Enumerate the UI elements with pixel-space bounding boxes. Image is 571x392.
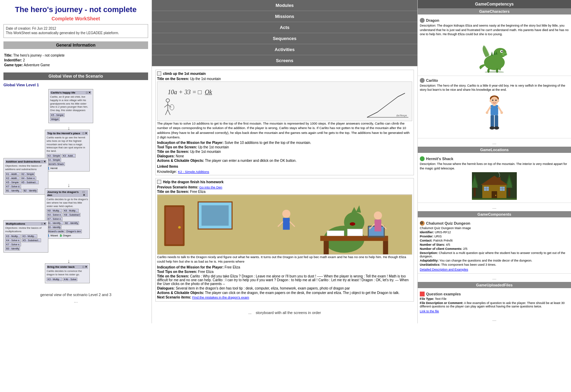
svg-rect-29 [375,219,381,231]
middle-bottom-note: ... storyboard with all the screens in o… [152,308,417,317]
file-link[interactable]: Link to the file [420,310,439,313]
screen2-actions: Actions & Clickable Objects: The player … [157,291,412,295]
svg-rect-23 [383,241,388,254]
meta-box: Date of creation: Fri Jun 22 2012 This W… [3,24,148,38]
svg-rect-24 [327,231,344,236]
svg-rect-33 [283,218,290,230]
svg-point-72 [495,195,496,196]
svg-point-13 [178,226,181,229]
generated-by: This WorkSheet was automatically generat… [6,31,146,35]
svg-point-50 [490,100,492,102]
svg-point-32 [282,210,291,218]
math-formula: 10a + 33 = □ Ok [168,89,212,96]
nav-activities[interactable]: Activities [152,44,417,55]
file-type: File Type: Text File [420,297,569,301]
screen1-indication: Indicaytion of the Mission for the Playe… [157,141,412,145]
carlito-svg [482,94,506,135]
carlito-image-container [420,94,569,136]
chars-dots: ... [418,138,571,147]
file-name: Question examples [420,292,569,296]
middle-dots: ... [248,311,251,315]
component-detail-link[interactable]: Detailed Description and Examples [420,268,468,271]
svg-rect-52 [491,105,498,115]
component-desc: Description: Chalumot is a multi questio… [420,251,569,258]
screen2-image [157,194,412,255]
knowledge-link[interactable]: K2 - Simple Additions [178,170,209,174]
creation-date: Date of creation: Fri Jun 22 2012 [6,27,146,30]
screen2-tooltip: Tool Tips on the Screen: Free Eliza [157,270,412,274]
component-adapt: Adaptability: You can change the questio… [420,259,569,262]
left-dots: ... [3,297,148,305]
component-provider: Provider: URIS [420,235,569,238]
screen2-checkbox[interactable] [157,180,161,184]
file-desc: File Description or Comment: A few examp… [420,301,569,308]
screen2-next: Next Scenario items: Find the mistakes i… [157,295,412,299]
screen1-title2: Title on the Screen: Up the 1st mountain [157,150,412,154]
svg-rect-57 [491,115,494,127]
house-image-container [420,172,569,200]
component-comments: Number of client Comments: 2/5 [420,247,569,251]
svg-point-40 [501,51,503,52]
screen1-checkbox[interactable] [157,71,161,76]
id-field: Indentifier: 2 [4,58,147,62]
middle-note: storyboard with all the screens in order [256,311,321,315]
file-icon [420,292,425,296]
game-characters-header: GameCharacters [418,8,571,14]
dragon-icon [420,18,425,23]
nav-missions[interactable]: Missions [152,11,417,22]
right-panel: GameCompetencys GameCharacters Dragon De… [418,0,571,323]
page-subtitle: Complete WorkSheet [3,16,148,24]
screen2-title: Help the dragon finish his homework [163,180,224,184]
svg-point-41 [505,54,506,55]
mountain-graph: Δε/δεερε [367,91,408,119]
scenario-header: Global View of the Scenario [3,72,148,80]
general-info-header: General Information [3,41,148,49]
title-field: Title: The hero's journey - not complete [4,53,147,57]
screen-item-2: Help the dragon finish his homework Prev… [155,178,414,302]
svg-rect-15 [202,205,229,226]
screen2-title-field: Title on the Screen: Free Eliza [157,190,412,194]
nav-modules[interactable]: Modules [152,0,417,11]
dragon-name: Dragon [420,18,569,23]
svg-rect-25 [347,229,362,236]
screen1-knowledge: Knowledge: K2 - Simple Additions [157,169,412,174]
svg-point-28 [374,212,382,220]
nav-sequences[interactable]: Sequences [152,33,417,44]
chalumot-component: ⚙ Chalumot Quiz Dungeon Chalumot Quiz Du… [418,219,571,274]
screen2-header: Help the dragon finish his homework [157,180,412,184]
svg-rect-11 [166,207,183,244]
next-link[interactable]: Find the mistakes in the dragon's exam [192,295,249,299]
arrow-2: ↓ [67,182,70,188]
screen2-prev: Previous Scenario items: Go into the Den [157,185,412,189]
svg-point-49 [495,100,497,101]
screen1-dialogues: Dialogues: None [157,154,412,158]
carlito-desc: Description: The hero of the story. Carl… [420,84,569,92]
house-svg [472,172,517,200]
component-use: UseStatistics: This component has been u… [420,263,569,266]
prev-link[interactable]: Go into the Den [199,185,222,189]
nav-acts[interactable]: Acts [152,22,417,33]
svg-line-7 [168,110,170,115]
svg-rect-58 [495,115,498,127]
svg-rect-22 [324,241,329,254]
component-stars: Number of Stars: 4/5 [420,243,569,246]
files-dots: ... [418,315,571,323]
svg-point-59 [490,126,495,129]
dragon-svg [479,38,510,73]
screen2-title2: Title on the Screen: Carlito : Why did y… [157,274,412,286]
nav-screens[interactable]: Screens [152,55,417,66]
svg-point-47 [491,97,498,105]
info-block: Title: The hero's journey - not complete… [3,52,148,70]
svg-point-38 [502,52,507,56]
components-dots: ... [418,274,571,282]
screen1-header: climb up the 1st mountain [157,71,412,76]
screen1-title: climb up the 1st mountain [163,72,206,76]
component-contact: Contact: Patrick Prévôt [420,239,569,242]
screen-item-1: climb up the 1st mountain Title on the S… [155,70,414,175]
screen1-linked-items: Linked Items Knowledge: K2 - Simple Addi… [157,165,412,174]
middle-panel: Modules Missions Acts Sequences Activiti… [152,0,418,323]
svg-rect-61 [493,104,495,106]
screen2-desc: Carlito needs to talk to the Dragon nice… [157,255,412,264]
question-examples-file: Question examples File Type: Text File F… [418,290,571,315]
screen1-actions: Actions & Clickable Objects: The player … [157,159,412,163]
